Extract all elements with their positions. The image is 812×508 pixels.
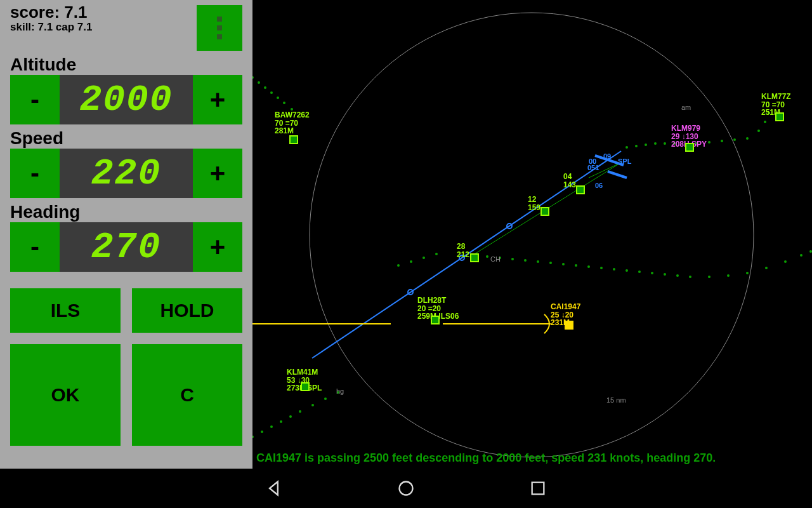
svg-point-40 — [537, 260, 539, 263]
waypoint-hg: hg — [336, 387, 344, 395]
android-navbar — [0, 469, 812, 508]
heading-display[interactable]: 270 — [60, 222, 193, 272]
aircraft-seq04[interactable]: 04 143 — [563, 173, 576, 189]
waypoint-am: am — [681, 104, 691, 111]
menu-dot-icon — [217, 25, 222, 30]
heading-minus-button[interactable]: - — [10, 222, 60, 272]
menu-dot-icon — [217, 17, 222, 22]
radar-display[interactable]: SPL CH hg am 15 nm 09 00 051 06 BAW7262 … — [252, 0, 812, 469]
menu-dot-icon — [217, 34, 222, 39]
svg-point-36 — [486, 255, 488, 258]
svg-point-12 — [258, 81, 260, 84]
heading-plus-button[interactable]: + — [193, 222, 242, 272]
heading-label: Heading — [10, 202, 242, 222]
radar-canvas — [252, 0, 812, 469]
svg-point-61 — [261, 431, 263, 433]
skill-text: skill: 7.1 cap 7.1 — [10, 21, 92, 34]
speed-minus-button[interactable]: - — [10, 149, 60, 198]
altitude-minus-button[interactable]: - — [10, 75, 60, 124]
svg-point-27 — [733, 138, 736, 141]
svg-point-55 — [746, 272, 749, 274]
aircraft-blip[interactable] — [775, 112, 784, 121]
svg-line-8 — [608, 171, 627, 178]
svg-point-52 — [689, 276, 691, 278]
svg-point-19 — [635, 145, 638, 147]
heading-value: 270 — [91, 227, 161, 268]
svg-point-32 — [397, 264, 400, 267]
aircraft-seq12[interactable]: 12 159 — [528, 196, 540, 211]
svg-point-56 — [765, 267, 768, 269]
speed-plus-button[interactable]: + — [193, 149, 242, 198]
score-block: score: 7.1 skill: 7.1 cap 7.1 — [10, 3, 92, 34]
svg-point-13 — [264, 86, 266, 89]
svg-point-18 — [625, 146, 628, 149]
aircraft-blip[interactable] — [470, 253, 479, 262]
aircraft-blip[interactable] — [431, 316, 440, 324]
aircraft-blip[interactable] — [301, 382, 310, 391]
svg-point-22 — [664, 142, 666, 145]
score-text: score: 7.1 — [10, 3, 92, 22]
svg-point-54 — [727, 274, 730, 277]
runway-051: 051 — [587, 164, 599, 171]
svg-point-42 — [562, 263, 565, 265]
aircraft-baw7262[interactable]: BAW7262 70 =70 281M — [275, 111, 310, 135]
aircraft-blip[interactable] — [540, 207, 549, 216]
svg-point-41 — [549, 262, 552, 264]
svg-point-0 — [310, 13, 754, 457]
svg-point-35 — [435, 253, 438, 255]
altitude-plus-button[interactable]: + — [193, 75, 242, 124]
svg-rect-70 — [532, 483, 544, 495]
svg-point-62 — [270, 425, 273, 428]
speed-label: Speed — [10, 128, 242, 149]
cancel-button[interactable]: C — [132, 344, 242, 446]
back-icon[interactable] — [265, 479, 283, 497]
svg-point-50 — [664, 273, 666, 276]
altitude-value: 2000 — [79, 79, 173, 121]
svg-point-29 — [757, 130, 760, 132]
aircraft-blip[interactable] — [289, 135, 298, 144]
svg-point-49 — [651, 272, 653, 274]
svg-point-57 — [784, 260, 787, 263]
svg-point-48 — [638, 271, 641, 273]
altitude-label: Altitude — [10, 55, 242, 75]
waypoint-ch: CH — [490, 255, 501, 263]
menu-button[interactable] — [197, 5, 242, 51]
svg-point-69 — [400, 482, 413, 495]
svg-point-11 — [252, 76, 254, 79]
ils-button[interactable]: ILS — [10, 288, 121, 333]
runway-09: 09 — [603, 152, 611, 160]
recent-apps-icon[interactable] — [529, 479, 547, 497]
svg-point-60 — [252, 436, 254, 438]
svg-point-38 — [511, 258, 514, 260]
home-icon[interactable] — [397, 479, 415, 497]
ok-button[interactable]: OK — [10, 344, 121, 446]
speed-display[interactable]: 220 — [60, 149, 193, 198]
range-label: 15 nm — [606, 396, 626, 404]
svg-point-21 — [654, 142, 657, 145]
svg-point-46 — [613, 268, 615, 271]
svg-point-47 — [625, 269, 628, 272]
runway-06: 06 — [595, 182, 603, 189]
status-message: CAI1947 is passing 2500 feet descending … — [256, 451, 716, 465]
svg-point-65 — [299, 410, 301, 413]
svg-point-39 — [524, 259, 527, 262]
control-panel: score: 7.1 skill: 7.1 cap 7.1 Altitude -… — [0, 0, 252, 469]
altitude-display[interactable]: 2000 — [60, 75, 193, 124]
svg-point-43 — [575, 264, 577, 267]
svg-point-44 — [587, 265, 590, 268]
svg-point-51 — [676, 274, 679, 277]
svg-point-14 — [270, 91, 273, 94]
hold-button[interactable]: HOLD — [132, 288, 242, 333]
aircraft-blip[interactable] — [576, 185, 585, 194]
svg-point-30 — [764, 121, 766, 123]
svg-point-63 — [280, 420, 282, 423]
svg-point-67 — [324, 398, 327, 400]
speed-value: 220 — [91, 153, 161, 194]
svg-point-26 — [721, 140, 723, 142]
svg-point-64 — [289, 415, 292, 418]
aircraft-blip[interactable] — [685, 143, 694, 152]
svg-point-25 — [708, 141, 710, 144]
svg-point-45 — [600, 267, 603, 269]
aircraft-blip-selected[interactable] — [565, 321, 573, 330]
aircraft-seq28[interactable]: 28 212 — [457, 243, 469, 258]
